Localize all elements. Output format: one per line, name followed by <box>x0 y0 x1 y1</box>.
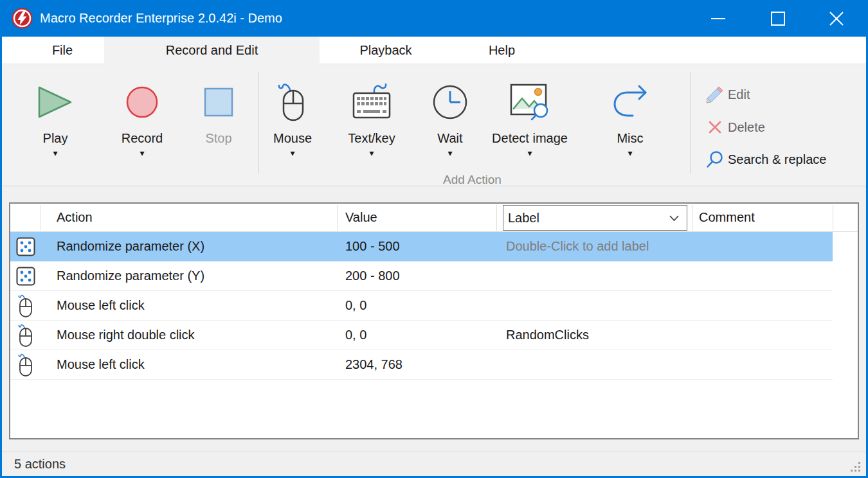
row-action: Randomize parameter (X) <box>57 232 333 261</box>
action-row[interactable]: Randomize parameter (Y) 200 - 800 <box>10 261 833 291</box>
stop-button[interactable]: Stop <box>186 64 251 170</box>
record-button[interactable]: Record ▾ <box>108 64 176 170</box>
status-action-count: 5 actions <box>14 452 66 476</box>
action-row[interactable]: Mouse left click 2304, 768 <box>10 350 833 380</box>
wait-button[interactable]: Wait ▾ <box>418 64 482 170</box>
search-replace-button[interactable]: Search & replace <box>705 150 866 169</box>
tab-playback[interactable]: Playback <box>320 37 452 64</box>
action-row[interactable]: Mouse right double click 0, 0 RandomClic… <box>10 321 833 350</box>
misc-dropdown-arrow[interactable]: ▾ <box>598 148 662 159</box>
stop-icon <box>186 81 251 123</box>
row-comment <box>699 291 831 320</box>
misc-arrow-icon <box>598 81 662 123</box>
row-label[interactable]: Double-Click to add label <box>506 232 699 261</box>
row-value: 100 - 500 <box>345 232 493 261</box>
misc-button[interactable]: Misc ▾ <box>598 64 662 170</box>
tab-help[interactable]: Help <box>452 37 552 64</box>
ribbon-divider <box>690 72 691 173</box>
action-rows: Randomize parameter (X) 100 - 500 Double… <box>10 232 858 380</box>
detect-image-button[interactable]: Detect image ▾ <box>478 64 581 170</box>
app-window: Macro Recorder Enterprise 2.0.42i - Demo… <box>0 0 868 478</box>
menu-tab-strip: File Record and Edit Playback Help <box>2 37 866 64</box>
add-action-group-label: Add Action <box>257 173 688 187</box>
minimize-button[interactable] <box>698 0 738 37</box>
row-label[interactable] <box>506 350 699 379</box>
tab-record-and-edit[interactable]: Record and Edit <box>104 37 320 65</box>
play-icon <box>21 81 89 123</box>
window-title: Macro Recorder Enterprise 2.0.42i - Demo <box>40 0 282 37</box>
record-dropdown-arrow[interactable]: ▾ <box>108 148 176 159</box>
header-separator <box>337 205 338 231</box>
row-action: Mouse left click <box>57 291 333 320</box>
record-icon <box>108 81 176 123</box>
action-list: Action Value Comment Label Randomize par… <box>9 202 859 439</box>
action-row[interactable]: Randomize parameter (X) 100 - 500 Double… <box>10 232 833 261</box>
textkey-button[interactable]: Text/key ▾ <box>336 64 407 170</box>
row-comment <box>699 261 831 290</box>
mouse-dropdown-arrow[interactable]: ▾ <box>260 148 325 159</box>
detect-image-icon <box>478 81 581 123</box>
play-dropdown-arrow[interactable]: ▾ <box>21 148 89 159</box>
row-value: 0, 0 <box>345 291 493 320</box>
row-action: Mouse right double click <box>57 321 333 350</box>
wait-dropdown-arrow[interactable]: ▾ <box>418 148 482 159</box>
dice-icon <box>10 261 41 291</box>
row-label[interactable] <box>506 261 699 290</box>
dice-icon <box>10 232 41 261</box>
row-value: 2304, 768 <box>345 350 493 379</box>
header-separator <box>692 205 693 231</box>
action-row[interactable]: Mouse left click 0, 0 <box>10 291 833 321</box>
mouse-icon <box>10 321 41 350</box>
mouse-icon <box>10 291 41 321</box>
window-border <box>0 0 2 478</box>
clock-icon <box>418 81 482 123</box>
delete-button[interactable]: Delete <box>705 118 866 137</box>
column-header-action[interactable]: Action <box>57 204 314 231</box>
row-action: Mouse left click <box>57 350 333 379</box>
header-separator <box>496 205 497 231</box>
mouse-icon <box>260 81 325 123</box>
delete-x-icon <box>705 118 725 137</box>
tab-file[interactable]: File <box>17 37 107 64</box>
ribbon-toolbar: Play ▾ Record ▾ Stop <box>2 64 866 186</box>
row-comment <box>699 350 831 379</box>
mouse-icon <box>10 350 41 380</box>
mouse-button[interactable]: Mouse ▾ <box>260 64 325 170</box>
play-button[interactable]: Play ▾ <box>21 64 89 170</box>
action-list-header: Action Value Comment Label <box>10 204 858 232</box>
column-header-comment[interactable]: Comment <box>699 204 827 231</box>
header-separator <box>833 205 833 231</box>
app-logo-icon <box>12 8 33 29</box>
ribbon-divider <box>258 72 259 173</box>
row-label[interactable]: RandomClicks <box>506 321 699 350</box>
close-button[interactable] <box>817 0 856 37</box>
keyboard-icon <box>336 81 407 123</box>
detect-image-dropdown-arrow[interactable]: ▾ <box>478 148 581 159</box>
label-filter-combobox[interactable]: Label <box>503 205 687 231</box>
row-comment <box>699 232 831 261</box>
maximize-button[interactable] <box>758 0 798 37</box>
row-value: 200 - 800 <box>345 261 493 290</box>
row-value: 0, 0 <box>345 321 493 350</box>
header-separator <box>41 205 41 231</box>
row-comment <box>699 321 831 350</box>
textkey-dropdown-arrow[interactable]: ▾ <box>336 148 407 159</box>
column-header-value[interactable]: Value <box>345 204 487 231</box>
chevron-down-icon <box>669 215 679 221</box>
label-filter-value: Label <box>508 211 539 225</box>
edit-pencil-icon <box>705 85 725 104</box>
resize-grip[interactable] <box>851 462 861 472</box>
edit-button[interactable]: Edit <box>705 85 866 104</box>
status-bar: 5 actions <box>2 451 866 476</box>
row-action: Randomize parameter (Y) <box>57 261 333 290</box>
title-bar: Macro Recorder Enterprise 2.0.42i - Demo <box>0 0 868 37</box>
search-icon <box>705 150 725 169</box>
row-label[interactable] <box>506 291 699 320</box>
